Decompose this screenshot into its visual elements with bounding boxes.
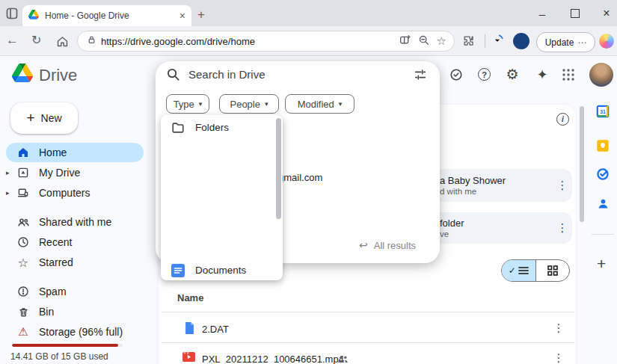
search-suggestion[interactable]: gmail.com — [278, 172, 322, 183]
contacts-icon[interactable] — [597, 197, 610, 213]
svg-text:31: 31 — [600, 109, 606, 114]
chevron-down-icon: ▾ — [265, 100, 268, 108]
sidebar-item-computers[interactable]: ▸ Computers — [0, 183, 150, 203]
minimize-button[interactable]: – — [532, 6, 552, 21]
sidebar-item-bin[interactable]: Bin — [0, 302, 150, 321]
sidebar-item-my-drive[interactable]: ▸ My Drive — [0, 163, 150, 182]
expand-arrow-icon[interactable]: ▸ — [6, 169, 15, 176]
url-text: https://drive.google.com/drive/home — [101, 36, 399, 47]
card-title: folder — [440, 218, 464, 229]
get-addons-button[interactable]: + — [597, 255, 606, 273]
address-bar[interactable]: https://drive.google.com/drive/home ☆ — [77, 31, 455, 52]
card-more-icon[interactable]: ⋮ — [556, 221, 568, 235]
tab-close-icon[interactable]: × — [179, 10, 185, 22]
file-more-icon[interactable]: ⋮ — [553, 351, 565, 364]
app-name: Drive — [39, 66, 77, 85]
storage-used-text: 14.41 GB of 15 GB used — [10, 351, 108, 362]
back-button[interactable]: ← — [6, 33, 19, 48]
tab-title: Home - Google Drive — [45, 10, 179, 21]
tune-filters-icon[interactable] — [414, 68, 427, 84]
sidebar-item-starred[interactable]: ☆ Starred — [0, 253, 150, 272]
home-button[interactable] — [56, 35, 69, 51]
chevron-down-icon: ▾ — [199, 100, 203, 108]
sidebar-item-home[interactable]: Home — [0, 143, 150, 162]
check-icon: ✓ — [509, 265, 516, 276]
new-tab-button[interactable]: + — [197, 7, 205, 22]
star-icon: ☆ — [16, 256, 30, 269]
file-row[interactable]: 2.DAT ⋮ — [162, 312, 574, 342]
expand-arrow-icon[interactable]: ▸ — [6, 189, 15, 197]
sidebar-item-spam[interactable]: Spam — [0, 282, 150, 301]
update-label: Update — [545, 37, 574, 48]
computers-icon — [16, 186, 30, 200]
checklist-status-icon[interactable] — [449, 68, 463, 84]
downloads-icon[interactable] — [491, 34, 504, 50]
grid-view-button[interactable] — [536, 260, 570, 281]
sidebar-item-shared-with-me[interactable]: Shared with me — [0, 212, 150, 232]
shared-people-icon — [16, 215, 30, 229]
sidebar-item-storage[interactable]: ⚠ Storage (96% full) — [0, 322, 150, 342]
card-more-icon[interactable]: ⋮ — [556, 179, 568, 192]
bin-icon — [16, 305, 30, 318]
tasks-icon[interactable] — [596, 167, 610, 184]
plus-icon: + — [26, 110, 34, 126]
split-screen-icon[interactable] — [399, 34, 411, 49]
menu-item-folders[interactable]: Folders — [161, 115, 283, 140]
filter-chip-people[interactable]: People ▾ — [219, 94, 279, 114]
all-results-link[interactable]: ↩ All results — [359, 239, 416, 251]
file-row[interactable]: PXL_20211212_100646651.mp4 ⋮ — [162, 342, 574, 364]
apps-grid-icon[interactable] — [562, 68, 575, 84]
settings-gear-icon[interactable]: ⚙ — [505, 67, 520, 82]
favorites-star-icon[interactable]: ☆ — [437, 34, 446, 48]
maximize-button[interactable] — [565, 6, 585, 21]
chip-label: Type — [174, 99, 194, 110]
account-avatar[interactable] — [589, 63, 613, 87]
help-glyph: ? — [478, 68, 491, 81]
sidebar-item-label: Recent — [39, 236, 72, 248]
update-button[interactable]: Update ⋯ — [536, 32, 595, 52]
search-input[interactable]: Search in Drive — [188, 68, 265, 81]
chip-label: Modified — [298, 99, 334, 110]
toolbar-divider — [485, 34, 485, 48]
menu-scrollbar[interactable] — [276, 118, 281, 219]
side-panel-divider — [592, 234, 614, 235]
calendar-icon[interactable]: 31 — [596, 105, 610, 121]
list-header-name[interactable]: Name — [177, 292, 203, 303]
refresh-button[interactable]: ↻ — [31, 33, 41, 47]
return-arrow-icon: ↩ — [359, 239, 368, 251]
close-window-button[interactable]: × — [597, 6, 616, 21]
file-more-icon[interactable]: ⋮ — [553, 321, 565, 335]
chip-label: People — [230, 99, 260, 110]
sidebar-item-recent[interactable]: Recent — [0, 232, 150, 252]
zoom-out-icon[interactable] — [418, 34, 429, 49]
browser-tab[interactable]: Home - Google Drive × — [22, 5, 191, 26]
gemini-sparkle-icon[interactable]: ✦ — [535, 67, 550, 82]
tab-actions-icon[interactable] — [6, 7, 18, 22]
copilot-icon[interactable] — [599, 34, 614, 49]
help-icon[interactable]: ? — [478, 68, 491, 81]
new-button[interactable]: + New — [10, 102, 78, 134]
maximize-icon — [571, 9, 580, 18]
main-scrollbar[interactable] — [580, 106, 584, 222]
browser-profile-avatar[interactable] — [513, 33, 529, 49]
menu-item-documents[interactable]: Documents — [161, 258, 283, 280]
list-view-button[interactable]: ✓ — [502, 260, 536, 281]
search-icon[interactable] — [166, 67, 180, 84]
keep-icon[interactable] — [596, 139, 610, 155]
folder-icon — [171, 121, 185, 135]
sidebar-item-label: Bin — [39, 306, 54, 318]
filter-chip-modified[interactable]: Modified ▾ — [285, 94, 354, 114]
drive-logo — [12, 64, 33, 85]
filter-chip-type[interactable]: Type ▾ — [166, 94, 209, 114]
extensions-icon[interactable] — [462, 34, 475, 50]
view-toggle: ✓ — [501, 259, 570, 282]
grid-icon — [547, 265, 558, 276]
video-file-icon — [182, 351, 195, 364]
storage-warning-icon: ⚠ — [16, 325, 30, 339]
my-drive-icon — [16, 166, 30, 179]
info-glyph: i — [556, 113, 569, 126]
sidebar-item-label: Shared with me — [39, 216, 111, 228]
info-icon[interactable]: i — [556, 113, 569, 126]
storage-progress-fill — [12, 344, 118, 347]
sidebar-item-label: Computers — [39, 187, 90, 199]
